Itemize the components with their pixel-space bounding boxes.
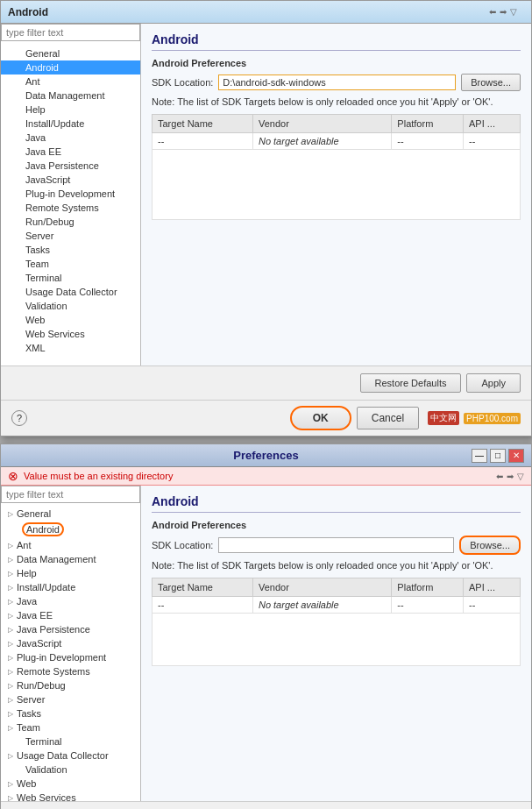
sdk-label-1: SDK Location:: [152, 77, 213, 88]
sidebar-item-webservices-2[interactable]: ▷ Web Services: [1, 791, 140, 801]
sidebar-item-javap-2[interactable]: ▷ Java Persistence: [1, 622, 140, 636]
sidebar-item-usage-1[interactable]: Usage Data Collector: [1, 285, 140, 299]
window-2-title: Preferences: [233, 449, 298, 462]
sidebar-item-plugin-1[interactable]: Plug-in Development: [1, 187, 140, 201]
sdk-input-1[interactable]: [218, 75, 456, 90]
titlebar-controls-1: ⬅➡▽: [489, 7, 524, 17]
sidebar-item-general-1[interactable]: General: [1, 46, 140, 60]
sidebar-item-install-1[interactable]: Install/Update: [1, 117, 140, 131]
sidebar-item-general-2[interactable]: ▷ General: [1, 507, 140, 521]
error-icon-2: ⊗: [8, 469, 18, 483]
col-platform-1: Platform: [392, 115, 464, 133]
browse-button-2[interactable]: Browse...: [459, 536, 521, 555]
sidebar-2: ▷ General Android ▷ Ant ▷ Data Managemen…: [1, 486, 141, 801]
bottom-buttons-1: Restore Defaults Apply: [1, 365, 531, 400]
sidebar-item-remote-2[interactable]: ▷ Remote Systems: [1, 664, 140, 678]
filter-input-2[interactable]: [1, 486, 140, 503]
sidebar-item-data-2[interactable]: ▷ Data Management: [1, 552, 140, 566]
sidebar-item-plugin-2[interactable]: ▷ Plug-in Development: [1, 650, 140, 664]
sidebar-item-ant-2[interactable]: ▷ Ant: [1, 538, 140, 552]
close-button-2[interactable]: ✕: [508, 449, 524, 463]
arrow-general-2: ▷: [8, 510, 13, 518]
sidebar-item-ant-1[interactable]: Ant: [1, 75, 140, 89]
col-platform-2: Platform: [392, 578, 464, 597]
maximize-button-2[interactable]: □: [490, 449, 506, 463]
col-vendor-1: Vendor: [252, 115, 391, 133]
error-text-2: Value must be an existing directory: [24, 471, 173, 481]
sidebar-item-remote-1[interactable]: Remote Systems: [1, 201, 140, 215]
sidebar-item-rundebug-1[interactable]: Run/Debug: [1, 215, 140, 229]
sidebar-item-xml-1[interactable]: XML: [1, 341, 140, 355]
apply-button-1[interactable]: Apply: [466, 373, 521, 393]
note-text-1: Note: The list of SDK Targets below is o…: [152, 96, 521, 107]
watermark-chinese-1: 中文网: [428, 411, 459, 425]
panel-body-1: General Android Ant Data Management Help…: [1, 24, 531, 365]
section-label-2: Android Preferences: [152, 520, 521, 530]
minimize-button-2[interactable]: —: [472, 449, 487, 463]
error-bar-2: ⊗ Value must be an existing directory ⬅ …: [1, 467, 531, 486]
sidebar-item-data-mgmt-1[interactable]: Data Management: [1, 89, 140, 103]
sidebar-item-validation-1[interactable]: Validation: [1, 299, 140, 313]
sidebar-item-team-2[interactable]: ▷ Team: [1, 720, 140, 734]
sidebar-item-tasks-1[interactable]: Tasks: [1, 243, 140, 257]
sidebar-item-terminal-1[interactable]: Terminal: [1, 271, 140, 285]
help-icon-1[interactable]: ?: [11, 410, 27, 426]
arrow-web-2: ▷: [8, 780, 13, 788]
targets-table-2: Target Name Vendor Platform API ... -- N…: [152, 578, 521, 666]
restore-defaults-button-1[interactable]: Restore Defaults: [360, 373, 462, 393]
targets-table-1: Target Name Vendor Platform API ... -- N…: [152, 114, 521, 220]
content-title-2: Android: [152, 494, 521, 513]
titlebar-2: Preferences — □ ✕: [1, 444, 531, 467]
sidebar-item-help-2[interactable]: ▷ Help: [1, 566, 140, 580]
filter-input-1[interactable]: [1, 24, 140, 41]
arrow-help-2: ▷: [8, 570, 13, 578]
sidebar-item-webservices-1[interactable]: Web Services: [1, 327, 140, 341]
sidebar-item-java-1[interactable]: Java: [1, 131, 140, 145]
arrow-javaee-2: ▷: [8, 612, 13, 620]
sdk-label-2: SDK Location:: [152, 540, 213, 550]
nav-arrows-2: ⬅ ➡ ▽: [496, 472, 524, 481]
sidebar-item-android-1[interactable]: Android: [1, 60, 140, 75]
sidebar-item-server-2[interactable]: ▷ Server: [1, 692, 140, 706]
arrow-data-2: ▷: [8, 556, 13, 564]
cell-vendor-1: No target available: [252, 133, 391, 150]
sidebar-item-validation-2[interactable]: Validation: [1, 763, 140, 777]
col-vendor-2: Vendor: [252, 578, 391, 597]
sidebar-item-javaee-1[interactable]: Java EE: [1, 145, 140, 159]
cell-api-1: --: [463, 133, 520, 150]
content-area-1: Android Android Preferences SDK Location…: [141, 24, 531, 365]
cancel-button-1[interactable]: Cancel: [357, 407, 419, 429]
cell-target-1: --: [153, 133, 253, 150]
browse-button-1[interactable]: Browse...: [461, 74, 521, 91]
sidebar-item-web-1[interactable]: Web: [1, 313, 140, 327]
sdk-input-2[interactable]: [218, 537, 454, 553]
sidebar-item-usage-2[interactable]: ▷ Usage Data Collector: [1, 749, 140, 763]
arrow-js-2: ▷: [8, 640, 13, 648]
sidebar-item-help-1[interactable]: Help: [1, 103, 140, 117]
titlebar-1: Android ⬅➡▽: [1, 1, 531, 24]
arrow-team-2: ▷: [8, 724, 13, 732]
ok-button-1[interactable]: OK: [290, 406, 351, 430]
sidebar-item-web-2[interactable]: ▷ Web: [1, 777, 140, 791]
sidebar-item-js-2[interactable]: ▷ JavaScript: [1, 636, 140, 650]
sidebar-item-install-2[interactable]: ▷ Install/Update: [1, 580, 140, 594]
sidebar-item-java-2[interactable]: ▷ Java: [1, 594, 140, 608]
col-api-2: API ...: [463, 578, 520, 597]
window-2: Preferences — □ ✕ ⊗ Value must be an exi…: [0, 444, 532, 809]
content-title-1: Android: [152, 32, 521, 51]
note-text-2: Note: The list of SDK Targets below is o…: [152, 560, 521, 571]
android-highlight-2: Android: [22, 522, 64, 536]
arrow-webservices-2: ▷: [8, 794, 13, 802]
sidebar-item-server-1[interactable]: Server: [1, 229, 140, 243]
sdk-row-1: SDK Location: Browse...: [152, 74, 521, 91]
sidebar-item-terminal-2[interactable]: Terminal: [1, 734, 140, 749]
sidebar-item-javaee-2[interactable]: ▷ Java EE: [1, 608, 140, 622]
sidebar-item-team-1[interactable]: Team: [1, 257, 140, 271]
sidebar-item-js-1[interactable]: JavaScript: [1, 173, 140, 187]
sidebar-item-android-2[interactable]: Android: [1, 521, 140, 538]
table-row-1: -- No target available -- --: [153, 133, 521, 150]
sidebar-item-rundebug-2[interactable]: ▷ Run/Debug: [1, 678, 140, 692]
cell-api-2: --: [463, 597, 520, 614]
sidebar-item-tasks-2[interactable]: ▷ Tasks: [1, 706, 140, 720]
sidebar-item-javapersist-1[interactable]: Java Persistence: [1, 159, 140, 173]
